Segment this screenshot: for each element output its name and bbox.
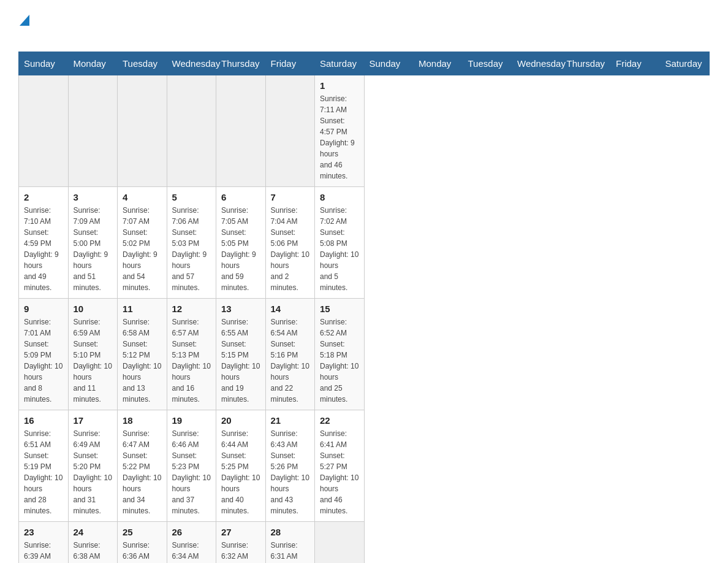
day-info: Sunrise: 6:59 AMSunset: 5:10 PMDaylight:… bbox=[74, 316, 113, 405]
day-info: Sunrise: 6:38 AMSunset: 5:30 PMDaylight:… bbox=[74, 540, 113, 563]
day-cell-1: 1Sunrise: 7:11 AMSunset: 4:57 PMDaylight… bbox=[315, 75, 365, 187]
day-cell-16: 16Sunrise: 6:51 AMSunset: 5:19 PMDayligh… bbox=[19, 410, 69, 522]
day-info: Sunrise: 6:47 AMSunset: 5:22 PMDaylight:… bbox=[123, 428, 162, 516]
day-number: 8 bbox=[320, 192, 359, 202]
day-number: 17 bbox=[74, 415, 113, 426]
day-cell-21: 21Sunrise: 6:43 AMSunset: 5:26 PMDayligh… bbox=[265, 410, 315, 522]
day-info: Sunrise: 6:34 AMSunset: 5:33 PMDaylight:… bbox=[172, 540, 211, 563]
day-info: Sunrise: 6:39 AMSunset: 5:29 PMDaylight:… bbox=[24, 540, 63, 563]
day-cell-19: 19Sunrise: 6:46 AMSunset: 5:23 PMDayligh… bbox=[167, 410, 216, 522]
day-number: 10 bbox=[74, 304, 113, 314]
empty-cell bbox=[167, 75, 216, 187]
weekday-header-wednesday: Wednesday bbox=[167, 52, 216, 75]
day-info: Sunrise: 6:43 AMSunset: 5:26 PMDaylight:… bbox=[271, 428, 310, 516]
day-cell-15: 15Sunrise: 6:52 AMSunset: 5:18 PMDayligh… bbox=[315, 299, 365, 410]
day-number: 27 bbox=[221, 527, 260, 537]
day-info: Sunrise: 7:10 AMSunset: 4:59 PMDaylight:… bbox=[24, 205, 63, 293]
day-number: 28 bbox=[271, 527, 310, 537]
day-number: 5 bbox=[172, 192, 211, 202]
day-cell-3: 3Sunrise: 7:09 AMSunset: 5:00 PMDaylight… bbox=[68, 187, 118, 299]
week-row-1: 2Sunrise: 7:10 AMSunset: 4:59 PMDaylight… bbox=[19, 187, 710, 299]
weekday-header-friday: Friday bbox=[265, 52, 315, 75]
logo-triangle-icon bbox=[20, 12, 29, 26]
day-number: 25 bbox=[123, 527, 162, 537]
calendar-header-row: SundayMondayTuesdayWednesdayThursdayFrid… bbox=[19, 52, 710, 75]
day-info: Sunrise: 6:54 AMSunset: 5:16 PMDaylight:… bbox=[271, 316, 310, 405]
weekday-header-monday: Monday bbox=[414, 52, 463, 75]
day-cell-28: 28Sunrise: 6:31 AMSunset: 5:36 PMDayligh… bbox=[265, 522, 315, 564]
day-cell-4: 4Sunrise: 7:07 AMSunset: 5:02 PMDaylight… bbox=[118, 187, 167, 299]
weekday-header-thursday: Thursday bbox=[561, 52, 611, 75]
day-info: Sunrise: 6:51 AMSunset: 5:19 PMDaylight:… bbox=[24, 428, 63, 516]
empty-cell bbox=[19, 75, 69, 187]
day-number: 13 bbox=[221, 304, 260, 314]
day-info: Sunrise: 7:04 AMSunset: 5:06 PMDaylight:… bbox=[271, 205, 310, 293]
day-cell-8: 8Sunrise: 7:02 AMSunset: 5:08 PMDaylight… bbox=[315, 187, 365, 299]
day-number: 23 bbox=[24, 527, 63, 537]
weekday-header-wednesday: Wednesday bbox=[512, 52, 562, 75]
weekday-header-saturday: Saturday bbox=[315, 52, 365, 75]
day-cell-10: 10Sunrise: 6:59 AMSunset: 5:10 PMDayligh… bbox=[68, 299, 118, 410]
empty-cell bbox=[118, 75, 167, 187]
day-number: 4 bbox=[123, 192, 162, 202]
day-number: 22 bbox=[320, 415, 359, 426]
day-cell-5: 5Sunrise: 7:06 AMSunset: 5:03 PMDaylight… bbox=[167, 187, 216, 299]
weekday-header-tuesday: Tuesday bbox=[118, 52, 167, 75]
day-cell-11: 11Sunrise: 6:58 AMSunset: 5:12 PMDayligh… bbox=[118, 299, 167, 410]
day-info: Sunrise: 6:41 AMSunset: 5:27 PMDaylight:… bbox=[320, 428, 359, 516]
day-info: Sunrise: 6:52 AMSunset: 5:18 PMDaylight:… bbox=[320, 316, 359, 405]
weekday-header-friday: Friday bbox=[611, 52, 661, 75]
day-number: 16 bbox=[24, 415, 63, 426]
week-row-2: 9Sunrise: 7:01 AMSunset: 5:09 PMDaylight… bbox=[19, 299, 710, 410]
day-number: 20 bbox=[221, 415, 260, 426]
day-number: 26 bbox=[172, 527, 211, 537]
week-row-3: 16Sunrise: 6:51 AMSunset: 5:19 PMDayligh… bbox=[19, 410, 710, 522]
day-info: Sunrise: 7:09 AMSunset: 5:00 PMDaylight:… bbox=[74, 205, 113, 293]
day-number: 12 bbox=[172, 304, 211, 314]
day-cell-24: 24Sunrise: 6:38 AMSunset: 5:30 PMDayligh… bbox=[68, 522, 118, 564]
day-info: Sunrise: 6:32 AMSunset: 5:34 PMDaylight:… bbox=[221, 540, 260, 563]
day-cell-13: 13Sunrise: 6:55 AMSunset: 5:15 PMDayligh… bbox=[216, 299, 266, 410]
day-info: Sunrise: 6:57 AMSunset: 5:13 PMDaylight:… bbox=[172, 316, 211, 405]
day-info: Sunrise: 7:05 AMSunset: 5:05 PMDaylight:… bbox=[221, 205, 260, 293]
day-number: 1 bbox=[320, 80, 359, 91]
day-number: 24 bbox=[74, 527, 113, 537]
day-number: 6 bbox=[221, 192, 260, 202]
empty-cell bbox=[315, 522, 365, 564]
weekday-header-saturday: Saturday bbox=[660, 52, 710, 75]
day-info: Sunrise: 7:06 AMSunset: 5:03 PMDaylight:… bbox=[172, 205, 211, 293]
weekday-header-tuesday: Tuesday bbox=[463, 52, 512, 75]
page-header bbox=[18, 12, 710, 39]
day-cell-6: 6Sunrise: 7:05 AMSunset: 5:05 PMDaylight… bbox=[216, 187, 266, 299]
day-cell-2: 2Sunrise: 7:10 AMSunset: 4:59 PMDaylight… bbox=[19, 187, 69, 299]
empty-cell bbox=[216, 75, 266, 187]
day-cell-25: 25Sunrise: 6:36 AMSunset: 5:32 PMDayligh… bbox=[118, 522, 167, 564]
day-cell-14: 14Sunrise: 6:54 AMSunset: 5:16 PMDayligh… bbox=[265, 299, 315, 410]
day-number: 2 bbox=[24, 192, 63, 202]
day-info: Sunrise: 7:01 AMSunset: 5:09 PMDaylight:… bbox=[24, 316, 63, 405]
weekday-header-monday: Monday bbox=[68, 52, 118, 75]
weekday-header-thursday: Thursday bbox=[216, 52, 266, 75]
day-number: 21 bbox=[271, 415, 310, 426]
day-number: 14 bbox=[271, 304, 310, 314]
day-number: 18 bbox=[123, 415, 162, 426]
day-number: 9 bbox=[24, 304, 63, 314]
logo bbox=[18, 12, 29, 39]
day-cell-17: 17Sunrise: 6:49 AMSunset: 5:20 PMDayligh… bbox=[68, 410, 118, 522]
week-row-4: 23Sunrise: 6:39 AMSunset: 5:29 PMDayligh… bbox=[19, 522, 710, 564]
day-number: 3 bbox=[74, 192, 113, 202]
empty-cell bbox=[265, 75, 315, 187]
day-info: Sunrise: 6:58 AMSunset: 5:12 PMDaylight:… bbox=[123, 316, 162, 405]
calendar-table: SundayMondayTuesdayWednesdayThursdayFrid… bbox=[18, 52, 710, 563]
day-cell-20: 20Sunrise: 6:44 AMSunset: 5:25 PMDayligh… bbox=[216, 410, 266, 522]
day-cell-9: 9Sunrise: 7:01 AMSunset: 5:09 PMDaylight… bbox=[19, 299, 69, 410]
day-number: 7 bbox=[271, 192, 310, 202]
day-number: 19 bbox=[172, 415, 211, 426]
day-cell-12: 12Sunrise: 6:57 AMSunset: 5:13 PMDayligh… bbox=[167, 299, 216, 410]
weekday-header-sunday: Sunday bbox=[19, 52, 69, 75]
day-number: 11 bbox=[123, 304, 162, 314]
day-info: Sunrise: 6:44 AMSunset: 5:25 PMDaylight:… bbox=[221, 428, 260, 516]
day-info: Sunrise: 6:49 AMSunset: 5:20 PMDaylight:… bbox=[74, 428, 113, 516]
day-cell-26: 26Sunrise: 6:34 AMSunset: 5:33 PMDayligh… bbox=[167, 522, 216, 564]
day-info: Sunrise: 7:11 AMSunset: 4:57 PMDaylight:… bbox=[320, 93, 359, 182]
